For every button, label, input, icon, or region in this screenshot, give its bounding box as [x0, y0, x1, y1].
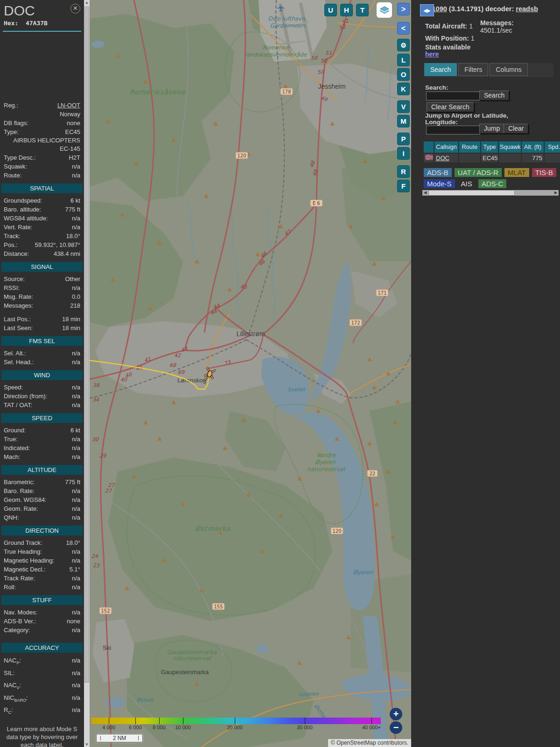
tab-filters[interactable]: Filters	[458, 63, 488, 76]
search-button[interactable]: Search	[479, 91, 509, 100]
stats-here-link[interactable]: here	[425, 50, 439, 58]
road-number: 38	[93, 382, 100, 388]
scroll-down-icon[interactable]: ▼	[84, 742, 90, 747]
clear-search-button[interactable]: Clear Search	[427, 102, 474, 112]
column-header-Type[interactable]: Type	[481, 141, 498, 153]
layers-button[interactable]	[377, 2, 392, 18]
map-button-t[interactable]: T	[356, 4, 369, 16]
scroll-right-icon[interactable]: ▶	[553, 190, 559, 196]
scroll-left-icon[interactable]: ◀	[422, 190, 428, 196]
zoom-out-button[interactable]: −	[390, 721, 402, 734]
map-toggle-i-button[interactable]: I	[397, 147, 410, 160]
scroll-up-icon[interactable]: ▲	[84, 0, 90, 5]
data-value: 18 min	[62, 315, 80, 324]
map-attribution[interactable]: © OpenStreetMap contributors.	[328, 739, 411, 747]
data-label: Magnetic Decl.:	[4, 565, 46, 574]
table-row[interactable]: DOCEC45775	[424, 154, 560, 162]
data-label: SIL:	[4, 668, 14, 681]
road-number: 34	[92, 397, 99, 403]
norway-flag-icon	[425, 155, 433, 160]
hscroll-thumb[interactable]	[428, 190, 515, 196]
map-toggle-m-button[interactable]: M	[397, 115, 410, 127]
peak-icon	[125, 586, 129, 590]
legend-ais[interactable]: AIS	[458, 179, 476, 188]
callsign-link[interactable]: DOC	[436, 155, 449, 162]
row-gap	[4, 634, 80, 639]
section-header: ALTITUDE	[1, 465, 83, 475]
map-toggle-k-button[interactable]: K	[397, 83, 410, 95]
road-badge-label: 178	[282, 89, 291, 94]
data-label: Direction (from):	[4, 392, 47, 401]
data-value: n/a	[72, 486, 80, 495]
tab-columns[interactable]: Columns	[490, 63, 527, 76]
column-header-flag[interactable]	[424, 141, 434, 153]
map-button-h[interactable]: H	[340, 4, 353, 16]
map-toggle-o-button[interactable]: O	[397, 68, 410, 81]
panel-collapse-button[interactable]: <	[397, 22, 410, 35]
tab-search[interactable]: Search	[424, 63, 457, 76]
column-header-Squawk[interactable]: Squawk	[499, 141, 521, 153]
map-toggle-v-button[interactable]: V	[397, 100, 410, 113]
sidebar-scrollbar-thumb[interactable]	[84, 7, 89, 683]
jump-button[interactable]: Jump	[479, 124, 504, 134]
column-header-Route[interactable]: Route	[459, 141, 480, 153]
close-icon[interactable]: ✕	[70, 4, 80, 14]
panel-expand-button[interactable]: >	[397, 3, 410, 15]
colorbar-tick-label: 40 000+	[362, 725, 381, 730]
data-label: Type Desc.:	[4, 153, 36, 162]
legend-uat-ads-r[interactable]: UAT / ADS-R	[455, 168, 502, 177]
map-toggle-f-button[interactable]: F	[397, 180, 410, 192]
road-number: 48	[308, 160, 316, 169]
table-horizontal-scrollbar[interactable]: ◀ ▶	[422, 190, 559, 196]
panel-collapse-button[interactable]: ◀▶	[420, 4, 434, 16]
data-row: Track:18.0°	[4, 232, 80, 240]
jump-input[interactable]	[426, 126, 480, 134]
search-input[interactable]	[426, 92, 480, 100]
data-label: Track Rate:	[4, 574, 35, 583]
registration-link[interactable]: LN-OOT	[57, 101, 80, 110]
legend-tis-b[interactable]: TIS-B	[532, 168, 556, 177]
peak-icon	[346, 635, 351, 639]
settings-gear-icon-button[interactable]: ⚙	[397, 39, 410, 51]
total-aircraft-stat: Total Aircraft: 1	[425, 22, 473, 30]
map-toggle-p-button[interactable]: P	[397, 133, 410, 145]
place-label: Gardermoen	[270, 22, 305, 29]
legend-mode-s[interactable]: Mode-S	[424, 179, 455, 188]
data-value: n/a	[72, 693, 80, 705]
column-header-Callsign[interactable]: Callsign	[434, 141, 458, 153]
data-label: Last Seen:	[4, 324, 33, 332]
data-row: Roll:n/a	[4, 583, 80, 592]
map-toggle-l-button[interactable]: L	[397, 54, 410, 66]
legend-ads-c[interactable]: ADS-C	[478, 179, 507, 188]
data-row: Mach:n/a	[4, 452, 80, 461]
info-panel: tar1090 (3.14.1791) decoder: readsb ◀▶ T…	[411, 0, 560, 747]
peak-icon	[171, 400, 176, 404]
zoom-in-button[interactable]: +	[390, 708, 402, 720]
road-number: 29	[99, 453, 106, 459]
colorbar-tick	[235, 718, 235, 724]
colorbar-tick-label: 20 000	[227, 725, 243, 730]
data-row: Geom. WGS84:n/a	[4, 495, 80, 504]
sidebar-scrollbar[interactable]: ▲ ▼	[84, 0, 90, 747]
map[interactable]: 178120E 617117222120155152 5252515050504…	[90, 0, 411, 747]
column-header-Alt. (ft)[interactable]: Alt. (ft)	[522, 141, 544, 153]
data-value: 775 ft	[65, 205, 80, 214]
map-toggle-r-button[interactable]: R	[397, 165, 410, 178]
search-label: Search:	[425, 84, 448, 91]
callsign-cell[interactable]: DOC	[434, 154, 458, 162]
legend-ads-b[interactable]: ADS-B	[424, 168, 452, 177]
legend-mlat[interactable]: MLAT	[504, 168, 529, 177]
data-label: RC:	[4, 705, 13, 718]
jump-clear-button[interactable]: Clear	[504, 124, 528, 134]
road-badge-label: 155	[214, 604, 223, 609]
map-button-u[interactable]: U	[324, 4, 337, 16]
data-row: Baro. altitude:775 ft	[4, 205, 80, 214]
data-row: Distance:438.4 nmi	[4, 249, 80, 258]
road-number: 46	[259, 250, 268, 260]
data-label: WGS84 altitude:	[4, 214, 48, 223]
data-value: 18.0°	[66, 538, 80, 547]
column-header-Spd.[interactable]: Spd.	[545, 141, 560, 153]
data-value: n/a	[72, 504, 80, 513]
readsb-link[interactable]: readsb	[516, 5, 538, 13]
data-row: Speed:n/a	[4, 383, 80, 392]
